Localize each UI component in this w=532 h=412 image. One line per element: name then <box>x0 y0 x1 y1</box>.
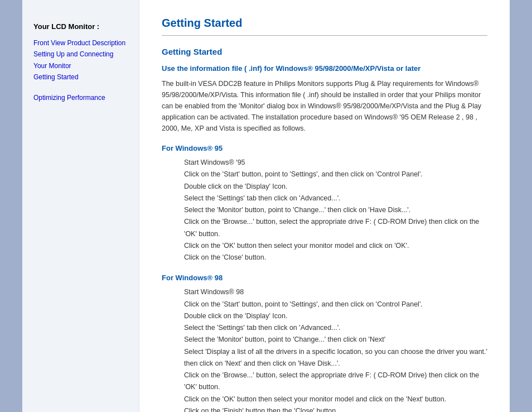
sidebar-link-optimizing[interactable]: Optimizing Performance <box>33 92 128 103</box>
section-title: Getting Started <box>162 47 487 56</box>
w98-step-6: Select 'Display a list of all the driver… <box>184 346 487 370</box>
w95-step-8: Click on the 'Close' button. <box>184 252 487 264</box>
w98-step-4: Select the 'Settings' tab then click on … <box>184 322 487 334</box>
w95-step-6: Click on the 'Browse...' button, select … <box>184 216 487 240</box>
w95-step-3: Double click on the 'Display' Icon. <box>184 181 487 193</box>
subsection-title: Use the information file ( .inf) for Win… <box>162 64 487 73</box>
right-accent-bar <box>510 0 532 412</box>
sidebar-link-setup[interactable]: Setting Up and Connecting Your Monitor <box>33 49 128 71</box>
w98-step-3: Double click on the 'Display' Icon. <box>184 310 487 322</box>
windows95-steps: Start Windows® '95 Click on the 'Start' … <box>184 157 487 264</box>
intro-text: The built-in VESA DDC2B feature in Phili… <box>162 78 487 134</box>
w95-step-7: Click on the 'OK' button then select you… <box>184 240 487 252</box>
divider <box>162 35 487 36</box>
left-accent-bar <box>0 0 22 412</box>
w95-step-1: Start Windows® '95 <box>184 157 487 169</box>
windows98-steps: Start Windows® 98 Click on the 'Start' b… <box>184 286 487 412</box>
windows95-heading: For Windows® 95 <box>162 144 487 152</box>
w95-step-2: Click on the 'Start' button, point to 'S… <box>184 169 487 180</box>
sidebar-section-extra: Optimizing Performance <box>33 92 128 103</box>
sidebar-link-getting-started[interactable]: Getting Started <box>33 71 128 83</box>
w98-step-2: Click on the 'Start' button, point to 'S… <box>184 299 487 310</box>
content-area: Getting Started Getting Started Use the … <box>139 0 510 412</box>
w98-step-1: Start Windows® 98 <box>184 286 487 298</box>
sidebar-title: Your LCD Monitor : <box>33 22 128 31</box>
w95-step-4: Select the 'Settings' tab then click on … <box>184 193 487 204</box>
w95-step-5: Select the 'Monitor' button, point to 'C… <box>184 204 487 216</box>
sidebar-link-front-view[interactable]: Front View Product Description <box>33 37 128 49</box>
page-title: Getting Started <box>162 17 487 30</box>
windows98-heading: For Windows® 98 <box>162 274 487 282</box>
w98-step-7: Click on the 'Browse...' button, select … <box>184 370 487 394</box>
w98-step-9: Click on the 'Finish' button then the 'C… <box>184 405 487 412</box>
sidebar: Your LCD Monitor : Front View Product De… <box>22 0 139 412</box>
w98-step-8: Click on the 'OK' button then select you… <box>184 394 487 405</box>
sidebar-section-main: Front View Product Description Setting U… <box>33 37 128 83</box>
w98-step-5: Select the 'Monitor' button, point to 'C… <box>184 334 487 346</box>
